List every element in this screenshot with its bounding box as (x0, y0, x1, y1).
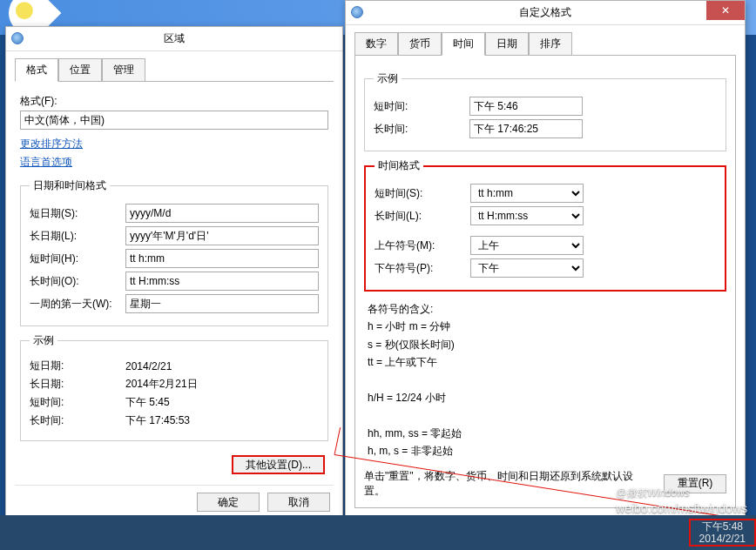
tab-date[interactable]: 日期 (485, 32, 529, 55)
legend-line2: s = 秒(仅限长时间) (368, 336, 723, 353)
datetime-legend: 日期和时间格式 (30, 178, 110, 193)
ex-long-time-k: 长时间: (30, 413, 125, 428)
other-settings-button[interactable]: 其他设置(D)... (232, 455, 325, 474)
long-time-select[interactable]: tt H:mm:ss (470, 206, 584, 225)
pm-symbol-select[interactable]: 下午 (470, 258, 584, 278)
c-ex-long-time-v (469, 119, 583, 138)
globe-icon (351, 6, 365, 20)
taskbar: 下午5:48 2014/2/21 (0, 515, 756, 550)
reset-button[interactable]: 重置(R) (664, 474, 726, 493)
region-window: 区域 格式 位置 管理 格式(F): 更改排序方法 语言首选项 日期和时间格式 … (5, 26, 343, 525)
region-title: 区域 (164, 31, 185, 46)
ex-short-date-k: 短日期: (30, 359, 125, 373)
short-time-combo[interactable] (125, 249, 319, 268)
long-date-combo[interactable] (125, 226, 319, 245)
tab-currency[interactable]: 货币 (398, 32, 442, 55)
first-day-combo[interactable] (125, 294, 319, 313)
custom-titlebar: 自定义格式 ✕ (346, 1, 745, 25)
legend-title: 各符号的含义: (368, 300, 723, 318)
reset-hint: 单击"重置"，将数字、货币、时间和日期还原到系统默认设置。 (364, 469, 650, 499)
tab-time[interactable]: 时间 (442, 32, 485, 56)
globe-icon (11, 32, 25, 46)
tab-number[interactable]: 数字 (354, 32, 398, 55)
legend-line3: tt = 上午或下午 (368, 353, 723, 371)
tab-sort[interactable]: 排序 (529, 32, 572, 55)
example-legend: 示例 (30, 333, 57, 348)
symbol-legend-block: 各符号的含义: h = 小时 m = 分钟 s = 秒(仅限长时间) tt = … (368, 300, 723, 460)
custom-example-legend: 示例 (374, 71, 402, 86)
custom-tabstrip: 数字 货币 时间 日期 排序 (354, 32, 736, 56)
region-tabstrip: 格式 位置 管理 (15, 58, 334, 82)
time-format-group: 时间格式 短时间(S):tt h:mm 长时间(L):tt H:mm:ss 上午… (364, 158, 726, 292)
link-sort-method[interactable]: 更改排序方法 (20, 137, 83, 151)
custom-format-window: 自定义格式 ✕ 数字 货币 时间 日期 排序 示例 短时间: 长时间: 时间格式… (345, 0, 746, 547)
short-time-label: 短时间(H): (30, 252, 125, 266)
ex-long-time-v: 下午 17:45:53 (125, 413, 319, 428)
c-ex-short-time-k: 短时间: (374, 99, 469, 114)
ex-short-time-k: 短时间: (30, 395, 125, 410)
am-symbol-k: 上午符号(M): (375, 238, 470, 253)
custom-example-group: 示例 短时间: 长时间: (364, 71, 726, 151)
short-date-combo[interactable] (125, 204, 319, 223)
format-label: 格式(F): (20, 94, 328, 109)
cancel-button[interactable]: 取消 (267, 493, 330, 512)
long-time-combo[interactable] (125, 272, 319, 291)
custom-title: 自定义格式 (519, 5, 571, 20)
c-short-time-k: 短时间(S): (375, 186, 470, 201)
c-long-time-k: 长时间(L): (375, 209, 470, 224)
system-tray-clock[interactable]: 下午5:48 2014/2/21 (689, 519, 756, 547)
long-time-label: 长时间(O): (30, 274, 125, 289)
link-language-prefs[interactable]: 语言首选项 (20, 155, 72, 170)
c-ex-short-time-v (469, 97, 583, 116)
tab-format[interactable]: 格式 (15, 58, 58, 82)
am-symbol-select[interactable]: 上午 (470, 236, 584, 255)
c-ex-long-time-k: 长时间: (374, 122, 469, 137)
format-combo[interactable] (20, 111, 328, 130)
legend-line6: h, m, s = 非零起始 (368, 442, 723, 459)
tab-admin[interactable]: 管理 (102, 58, 145, 81)
datetime-format-group: 日期和时间格式 短日期(S): 长日期(L): 短时间(H): 长时间(O): … (20, 178, 328, 326)
region-titlebar: 区域 (6, 27, 342, 51)
legend-line1: h = 小时 m = 分钟 (368, 318, 723, 335)
short-time-select[interactable]: tt h:mm (470, 184, 584, 203)
ex-short-time-v: 下午 5:45 (125, 395, 319, 410)
time-format-legend: 时间格式 (375, 158, 423, 173)
tray-date: 2014/2/21 (699, 533, 746, 545)
ex-short-date-v: 2014/2/21 (125, 360, 319, 372)
legend-line4: h/H = 12/24 小时 (368, 389, 723, 406)
tray-time: 下午5:48 (699, 520, 746, 533)
ex-long-date-k: 长日期: (30, 377, 125, 392)
close-icon: ✕ (721, 4, 730, 17)
long-date-label: 长日期(L): (30, 229, 125, 244)
close-button[interactable]: ✕ (706, 1, 745, 20)
first-day-label: 一周的第一天(W): (30, 297, 125, 312)
ex-long-date-v: 2014年2月21日 (125, 377, 319, 392)
ok-button[interactable]: 确定 (197, 493, 260, 512)
short-date-label: 短日期(S): (30, 206, 125, 221)
legend-line5: hh, mm, ss = 零起始 (368, 425, 723, 442)
pm-symbol-k: 下午符号(P): (375, 261, 470, 276)
example-group: 示例 短日期:2014/2/21 长日期:2014年2月21日 短时间:下午 5… (20, 333, 328, 441)
tab-location[interactable]: 位置 (58, 58, 102, 81)
